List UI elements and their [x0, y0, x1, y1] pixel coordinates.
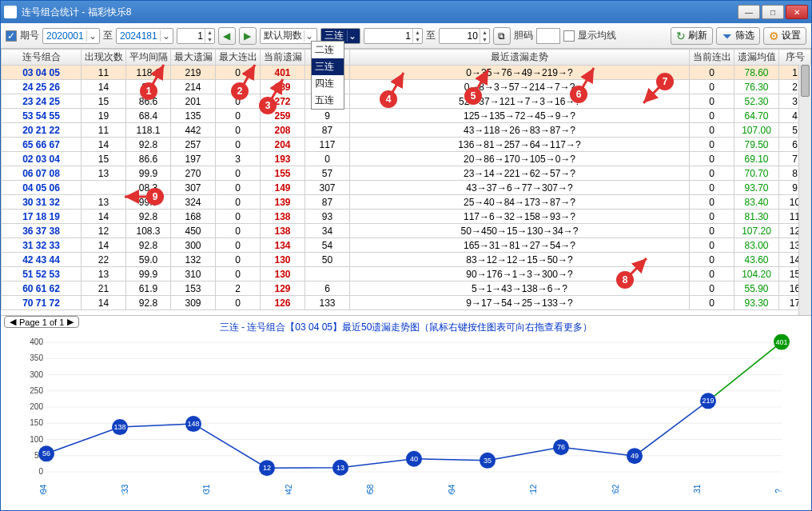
svg-text:401: 401	[775, 338, 787, 346]
settings-button[interactable]: ⚙设置	[763, 27, 806, 45]
table-row[interactable]: 06 07 081399.927001555723→14→221→62→57→?…	[2, 166, 811, 181]
svg-text:131: 131	[693, 484, 702, 494]
col-header[interactable]: 最大连出	[216, 50, 261, 66]
svg-text:100: 100	[30, 435, 43, 444]
svg-text:031: 031	[202, 484, 211, 494]
maximize-button[interactable]: □	[762, 5, 784, 19]
col-header[interactable]: 最大遗漏	[171, 50, 216, 66]
table-row[interactable]: 24 25 26142.82143890→8→3→57→214→7→?076.3…	[2, 80, 811, 94]
toolbar: ✓ 期号 2020001⌄ 至 2024181⌄ ▲▼ ◀ ▶ 默认期数⌄ 三连…	[1, 23, 811, 49]
default-periods-dropdown[interactable]: 默认期数⌄	[260, 28, 317, 44]
range-to-spinner[interactable]: ▲▼	[439, 28, 490, 44]
table-row[interactable]: 31 32 331492.8300013454165→31→81→27→54→?…	[2, 238, 811, 253]
svg-text:0: 0	[38, 467, 43, 476]
svg-text:35: 35	[484, 457, 492, 465]
table-row[interactable]: 02 03 041586.61973193020→86→170→105→0→?0…	[2, 152, 811, 166]
svg-text:094: 094	[39, 484, 48, 494]
vertical-scrollbar[interactable]	[798, 65, 811, 315]
caret-down-icon: ⌄	[304, 30, 315, 42]
option-5lian[interactable]: 五连	[312, 92, 344, 109]
avg-line-checkbox[interactable]	[563, 30, 575, 42]
range-from-spinner[interactable]: ▲▼	[364, 28, 423, 44]
gear-icon: ⚙	[769, 30, 779, 42]
window-title: 连号组合统计 - 福彩快乐8	[22, 6, 738, 19]
option-4lian[interactable]: 四连	[312, 75, 344, 92]
col-header[interactable]: 出现次数	[82, 50, 126, 66]
data-table: 连号组合出现次数平均间隔最大遗漏最大连出当前遗漏连出最近遗漏走势当前连出遗漏均值…	[1, 49, 811, 310]
refresh-button[interactable]: ↻刷新	[671, 27, 713, 45]
table-row[interactable]: 36 37 3812108.345001383450→450→15→130→34…	[2, 224, 811, 238]
svg-text:233: 233	[121, 484, 129, 494]
svg-line-18	[708, 342, 782, 401]
svg-text:148: 148	[187, 420, 199, 428]
svg-text:058: 058	[366, 484, 375, 494]
svg-text:138: 138	[113, 423, 125, 431]
period-from-dropdown[interactable]: 2020001⌄	[42, 28, 100, 44]
col-header[interactable]: 最近遗漏走势	[350, 50, 690, 66]
period-checkbox[interactable]: ✓	[6, 30, 17, 42]
spin-down-icon[interactable]: ▼	[205, 36, 214, 43]
table-row[interactable]: 65 66 671492.82570204117136→81→257→64→11…	[2, 138, 811, 152]
svg-text:12: 12	[263, 464, 271, 472]
period-to-dropdown[interactable]: 2024181⌄	[116, 28, 173, 44]
page-next-icon[interactable]: ▶	[67, 317, 74, 327]
col-header[interactable]: 遗漏均值	[734, 50, 779, 66]
chart-title: 三连 - 连号组合【03 04 05】最近50遗漏走势图（鼠标右键按住图表可向右…	[7, 321, 805, 334]
miss-trend-chart[interactable]: 0501001502002503003504005613814812134035…	[7, 334, 805, 494]
table-row[interactable]: 42 43 442259.013201305083→12→12→15→50→?0…	[2, 253, 811, 267]
col-header[interactable]: 平均间隔	[126, 50, 171, 66]
table-row[interactable]: 23 24 251586.620102721652→37→121→7→3→16→…	[2, 94, 811, 109]
table-row[interactable]: 51 52 531399.9310013090→176→1→3→300→?010…	[2, 267, 811, 281]
caret-down-icon: ⌄	[347, 30, 358, 42]
prev-button[interactable]: ◀	[218, 27, 236, 45]
svg-text:350: 350	[30, 353, 43, 362]
table-row[interactable]: 53 54 551968.413502599125→135→72→45→9→?0…	[2, 109, 811, 123]
svg-text:200: 200	[30, 402, 43, 411]
svg-text:262: 262	[611, 484, 620, 494]
scrollbar-thumb[interactable]	[801, 65, 810, 97]
page-prev-icon[interactable]: ◀	[10, 317, 16, 327]
svg-text:250: 250	[30, 386, 43, 395]
funnel-icon: ⏷	[722, 30, 733, 42]
range-to-label: 至	[426, 29, 436, 42]
dan-input[interactable]	[536, 28, 560, 44]
option-2lian[interactable]: 二连	[312, 42, 344, 58]
period-label: 期号	[20, 29, 39, 42]
col-header[interactable]: 连号组合	[2, 50, 82, 66]
page-indicator[interactable]: ◀Page 1 of 1▶	[4, 316, 79, 328]
combo-type-options: 二连 三连 四连 五连	[311, 41, 344, 110]
spin-up-icon[interactable]: ▲	[205, 29, 214, 36]
col-header[interactable]: 当前遗漏	[261, 50, 305, 66]
close-button[interactable]: ✕	[786, 5, 808, 19]
app-icon	[4, 6, 17, 18]
col-header[interactable]: 当前连出	[690, 50, 734, 66]
svg-text:13: 13	[336, 464, 344, 472]
chart-area: ◀Page 1 of 1▶ 三连 - 连号组合【03 04 05】最近50遗漏走…	[1, 316, 811, 508]
svg-text:300: 300	[30, 370, 43, 379]
svg-text:400: 400	[30, 337, 43, 346]
svg-text:56: 56	[42, 449, 50, 457]
col-header[interactable]: 序号	[779, 50, 811, 66]
svg-text:219: 219	[702, 397, 714, 405]
filter-button[interactable]: ⏷筛选	[716, 27, 760, 45]
table-row[interactable]: 70 71 721492.830901261339→17→54→25→133→?…	[2, 296, 811, 310]
svg-text:76: 76	[557, 443, 565, 451]
svg-text:40: 40	[410, 455, 418, 463]
svg-text:042: 042	[285, 484, 293, 494]
step-spinner[interactable]: ▲▼	[177, 28, 215, 44]
table-row[interactable]: 03 04 0511118.121904010→35→76→49→219→?07…	[2, 66, 811, 80]
minimize-button[interactable]: —	[738, 5, 760, 19]
table-row[interactable]: 04 05 0608.3307014930743→37→6→77→307→?09…	[2, 181, 811, 195]
next-button[interactable]: ▶	[239, 27, 257, 45]
data-table-wrap: 连号组合出现次数平均间隔最大遗漏最大连出当前遗漏连出最近遗漏走势当前连出遗漏均值…	[1, 49, 811, 316]
table-row[interactable]: 20 21 2211118.144202088743→118→26→83→87→…	[2, 123, 811, 138]
dan-label: 胆码	[514, 29, 533, 42]
svg-text:?: ?	[774, 489, 783, 493]
copy-button[interactable]: ⧉	[493, 27, 511, 45]
option-3lian[interactable]: 三连	[312, 58, 344, 75]
svg-text:212: 212	[529, 484, 538, 494]
table-row[interactable]: 30 31 321399.932401398725→40→84→173→87→?…	[2, 195, 811, 210]
table-row[interactable]: 17 18 191492.8168013893117→6→32→158→93→?…	[2, 210, 811, 224]
to-label: 至	[103, 29, 113, 42]
table-row[interactable]: 60 61 622161.9153212965→1→43→138→6→?055.…	[2, 281, 811, 296]
